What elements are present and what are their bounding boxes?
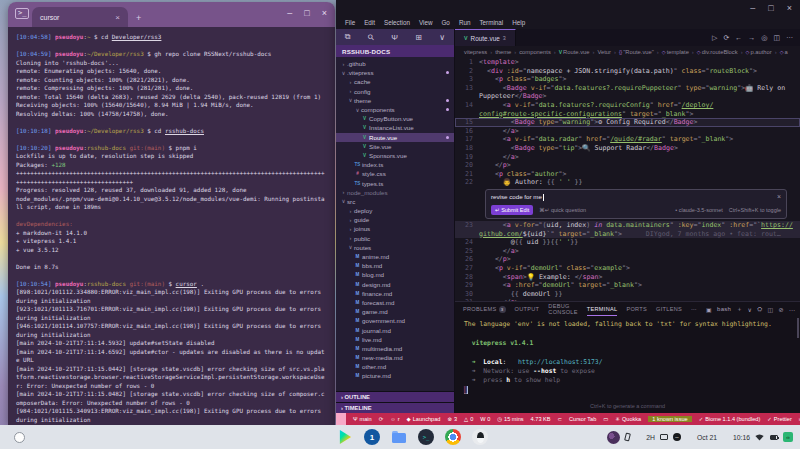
settings-icon[interactable]: ⛭ [757,306,762,313]
tree-item-Sponsors.vue[interactable]: VSponsors.vue [336,151,454,160]
shelf-app-files[interactable] [391,429,407,445]
menu-go[interactable]: Go [441,19,449,26]
tree-item-finance.md[interactable]: Mfinance.md [336,289,454,298]
tree-item-src[interactable]: ∨src [336,197,454,206]
launcher-button[interactable] [14,432,25,443]
tree-item-style.css[interactable]: #style.css [336,169,454,178]
files-icon[interactable]: ⧉ [345,32,351,42]
status-r[interactable]: ☺r [390,416,399,422]
status-1-known-issue[interactable]: 1 known issue [648,416,691,422]
tree-item-blog.md[interactable]: Mblog.md [336,270,454,279]
loop-icon[interactable]: ⟳ [723,34,729,42]
tree-item-.github[interactable]: ›.github [336,59,454,68]
status-4-73-kb[interactable]: 4.73 KB [531,416,551,422]
breadcrumb-item[interactable]: ◇div.routeBlock [697,49,738,55]
source-control-icon[interactable]: Ψ [391,33,398,42]
tree-item-new-media.md[interactable]: Mnew-media.md [336,353,454,362]
remote-indicator[interactable] [336,413,346,425]
sidebar-section-timeline[interactable]: › TIMELINE [336,402,454,413]
menu-help[interactable]: Help [512,19,525,26]
status-launchpad[interactable]: ◆Launchpad [407,416,441,422]
status-3[interactable]: ⊗3 [447,416,457,422]
shelf-app-onepassword[interactable]: 1 [364,429,380,445]
shelf-app-play-store[interactable] [337,429,353,445]
menu-edit[interactable]: Edit [364,19,375,26]
tree-item-design.md[interactable]: Mdesign.md [336,280,454,289]
breadcrumb-item[interactable]: vitepress [464,49,487,55]
tree-item-bbs.md[interactable]: Mbbs.md [336,261,454,270]
tree-item-multimedia.md[interactable]: Mmultimedia.md [336,344,454,353]
split-editor-icon[interactable]: ◫ [773,34,780,42]
more-icon[interactable]: ⋯ [786,34,793,42]
status-sync[interactable]: ⟳ [379,416,384,422]
panel-tab-⋯[interactable]: ⋯ [691,302,697,316]
tree-item-government.md[interactable]: Mgovernment.md [336,316,454,325]
breadcrumb-item[interactable]: Vetur [597,49,611,55]
panel-tab-gitlens[interactable]: GITLENS [656,302,682,316]
chevron-down-icon[interactable]: ∨ [439,33,445,42]
panel-tab-debug console[interactable]: DEBUG CONSOLE [548,302,577,316]
sidebar-root-header[interactable]: RSSHUB-DOCS [336,45,454,57]
panel-tab-output[interactable]: OUTPUT [515,302,540,316]
back-icon[interactable]: ← [735,34,742,42]
system-tray[interactable]: 2H – Oct 21 10:16 ‹› [607,425,793,449]
new-terminal-icon[interactable]: ＋ [736,305,742,314]
breadcrumb-item[interactable]: VRoute.vue [559,49,590,55]
status-0[interactable]: △0 [464,416,473,422]
tree-item-other.md[interactable]: Mother.md [336,362,454,371]
tree-item-cache[interactable]: ›cache [336,77,454,86]
tree-item-journal.md[interactable]: Mjournal.md [336,325,454,334]
sidebar-section-outline[interactable]: › OUTLINE [336,391,454,402]
status-paperclip[interactable]: ⊂ [558,416,563,422]
tree-item-types.ts[interactable]: TStypes.ts [336,178,454,187]
run-icon[interactable]: ▷ [712,34,717,42]
split-icon[interactable]: ◫ [767,306,773,313]
tree-item-anime.md[interactable]: Manime.md [336,252,454,261]
terminal-tab[interactable]: cursor × [32,7,128,27]
tree-item-theme[interactable]: ∨theme [336,96,454,105]
dropdown-icon[interactable]: ∨ [748,306,753,313]
close-icon[interactable]: × [322,8,327,18]
forward-icon[interactable]: → [748,34,755,42]
status-biome-1-1-4-bundled-[interactable]: ✓Biome 1.1.4 (bundled) [699,416,761,422]
shell-icon[interactable]: ▣ [706,306,712,313]
run-below-icon[interactable]: ◎ [761,34,767,42]
tree-item-forecast.md[interactable]: Mforecast.md [336,298,454,307]
tree-item-game.md[interactable]: Mgame.md [336,307,454,316]
tab-route-vue[interactable]: V Route.vue 3 [455,29,516,46]
close-tab-icon[interactable]: × [115,13,120,22]
panel-tab-problems[interactable]: PROBLEMS3 [463,302,506,316]
terminal-output[interactable]: [10:04:58] pseudoyu:~ $ cd Developer/rss… [8,27,335,425]
tree-item-joinus[interactable]: ›joinus [336,224,454,233]
status-quokka[interactable]: ✳Quokka [615,416,641,422]
tree-item-deploy[interactable]: ›deploy [336,206,454,215]
menu-view[interactable]: View [419,19,433,26]
shelf-app-terminal[interactable]: >_ [418,429,434,445]
menu-selection[interactable]: Selection [384,19,410,26]
new-tab-icon[interactable]: + [136,13,141,23]
extensions-icon[interactable]: ⊞ [415,33,422,42]
maximize-icon[interactable]: □ [768,3,773,13]
tree-item-InstanceList.vue[interactable]: VInstanceList.vue [336,123,454,132]
close-icon[interactable]: × [787,3,792,13]
breadcrumb-item[interactable]: ◇a [780,49,788,55]
tree-item-guide[interactable]: ›guide [336,215,454,224]
breadcrumb-item[interactable]: {}"Route.vue" [619,49,654,55]
tree-item-config[interactable]: ›config [336,87,454,96]
trash-icon[interactable]: ⊘ [778,306,783,313]
status-15-mins[interactable]: ◷15 mins [497,416,523,422]
status-prettier[interactable]: ✓Prettier [767,416,792,422]
tree-item-Route.vue[interactable]: VRoute.vue [336,133,454,142]
more-icon[interactable]: ⋯ [789,306,795,313]
code-editor[interactable]: 1<template>2 <div :id="namespace + JSON.… [455,57,800,301]
close-icon[interactable]: × [777,193,781,202]
shelf-app-linux-penguin[interactable] [472,429,488,445]
status-cursor-tab[interactable]: Cursor Tab [569,416,596,422]
status-w-0[interactable]: W 0 [480,416,490,422]
panel-tab-terminal[interactable]: TERMINAL [587,302,618,316]
model-selector[interactable]: • claude-3.5-sonnet [675,206,722,215]
tree-item-picture.md[interactable]: Mpicture.md [336,371,454,380]
minimize-icon[interactable]: – [750,3,755,13]
breadcrumb-item[interactable]: ◇p.author [746,49,772,55]
menu-file[interactable]: File [345,19,355,26]
